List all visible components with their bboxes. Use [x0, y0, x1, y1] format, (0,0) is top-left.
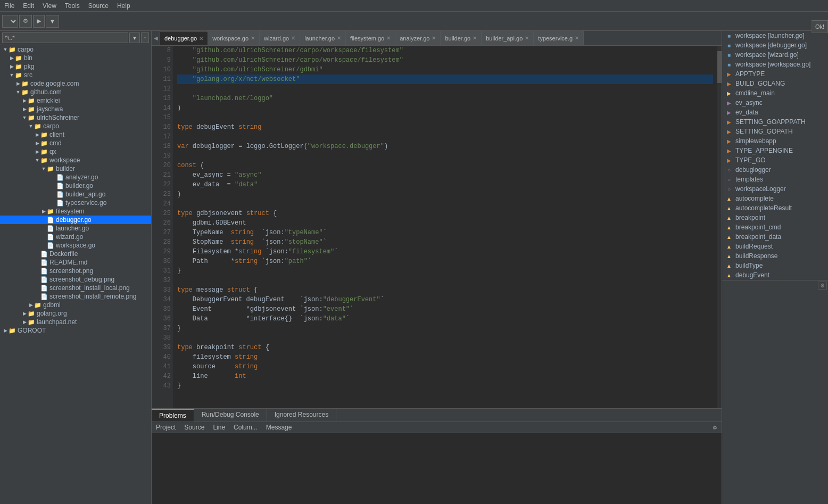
right-item-setting-goapppath[interactable]: ▶ SETTING_GOAPPPATH	[722, 117, 828, 127]
tree-carpo[interactable]: ▼ 📁 carpo	[0, 45, 151, 54]
tab-problems[interactable]: Problems	[152, 409, 194, 422]
tree-debugger-go[interactable]: 📄 debugger.go	[0, 216, 151, 224]
tree-screenshot[interactable]: 📄 screenshot.png	[0, 267, 151, 275]
col-column[interactable]: Colum...	[229, 422, 262, 433]
tab-typeservice-g[interactable]: typeservice.g ✕	[534, 31, 584, 45]
close-tab-icon[interactable]: ✕	[575, 35, 579, 41]
col-project[interactable]: Project	[152, 422, 180, 433]
right-panel-settings-btn[interactable]: ⚙	[818, 282, 827, 290]
close-tab-icon[interactable]: ✕	[386, 35, 391, 41]
tree-cmd[interactable]: ▶ 📁 cmd	[0, 139, 151, 147]
right-item-cmdline-main[interactable]: ▶ cmdline_main	[722, 88, 828, 98]
code-content[interactable]: "github.com/ulrichSchreiner/carpo/worksp…	[173, 46, 717, 408]
right-item-autocomplete-result[interactable]: ▲ autocompleteResult	[722, 203, 828, 213]
tree-src[interactable]: ▼ 📁 src	[0, 71, 151, 79]
close-tab-icon[interactable]: ✕	[337, 35, 341, 41]
right-item-type-go[interactable]: ▶ TYPE_GO	[722, 155, 828, 165]
tree-jayschwa[interactable]: ▶ 📁 jayschwa	[0, 105, 151, 113]
tree-builder-api-go[interactable]: 📄 builder_api.go	[0, 190, 151, 199]
tree-golang-org[interactable]: ▶ 📁 golang.org	[0, 309, 151, 318]
tab-debugger-go[interactable]: debugger.go ✕	[160, 31, 208, 45]
tree-github[interactable]: ▼ 📁 github.com	[0, 88, 151, 96]
tab-workspace-go[interactable]: workspace.go ✕	[208, 31, 260, 45]
tree-workspace-go[interactable]: 📄 workspace.go	[0, 241, 151, 250]
tree-typeservice-go[interactable]: 📄 typeservice.go	[0, 199, 151, 207]
tree-code-google[interactable]: ▶ 📁 code.google.com	[0, 79, 151, 88]
right-item-setting-gopath[interactable]: ▶ SETTING_GOPATH	[722, 127, 828, 136]
menu-source[interactable]: Source	[84, 1, 113, 11]
tree-screenshot-install-local[interactable]: 📄 screenshot_install_local.png	[0, 284, 151, 292]
tree-builder-go[interactable]: 📄 builder.go	[0, 181, 151, 190]
right-item-debug-event[interactable]: ▲ debugEvent	[722, 270, 828, 280]
tab-launcher-go[interactable]: launcher.go ✕	[300, 31, 346, 45]
run-dropdown-button[interactable]: ▼	[46, 15, 59, 28]
right-item-type-appengine[interactable]: ▶ TYPE_APPENGINE	[722, 146, 828, 155]
close-tab-icon[interactable]: ✕	[291, 35, 295, 41]
col-source[interactable]: Source	[180, 422, 209, 433]
ok-button[interactable]: Ok!	[812, 20, 828, 33]
tree-ulrichschreiner[interactable]: ▼ 📁 ulrichSchreiner	[0, 113, 151, 122]
right-item-workspace-debugger[interactable]: ■ workspace [debugger.go]	[722, 40, 828, 50]
close-tab-icon[interactable]: ✕	[473, 35, 477, 41]
menu-file[interactable]: File	[0, 1, 19, 11]
tree-bin[interactable]: ▶ 📁 bin	[0, 54, 151, 62]
tree-readme[interactable]: 📄 README.md	[0, 258, 151, 267]
right-item-templates[interactable]: ○ templates	[722, 175, 828, 184]
right-item-ev-async[interactable]: ▶ ev_async	[722, 98, 828, 108]
editor-scrollbar[interactable]	[717, 46, 722, 408]
tree-wizard-go[interactable]: 📄 wizard.go	[0, 233, 151, 241]
tree-analyzer-go[interactable]: 📄 analyzer.go	[0, 173, 151, 181]
close-tab-icon[interactable]: ✕	[199, 36, 203, 42]
right-item-simplewebapp[interactable]: ▶ simplewebapp	[722, 136, 828, 146]
tree-launchpad[interactable]: ▶ 📁 launchpad.net	[0, 318, 151, 326]
right-item-breakpoint-cmd[interactable]: ▲ breakpoint_cmd	[722, 222, 828, 232]
tab-analyzer-go[interactable]: analyzer.go ✕	[395, 31, 441, 45]
tree-qx[interactable]: ▶ 📁 qx	[0, 147, 151, 156]
run-button[interactable]: ▶	[33, 15, 45, 28]
right-item-build-golang[interactable]: ▶ BUILD_GOLANG	[722, 79, 828, 88]
search-filter-btn[interactable]: ▼	[129, 32, 140, 43]
close-tab-icon[interactable]: ✕	[432, 35, 436, 41]
right-item-workspace-wizard[interactable]: ■ workspace [wizard.go]	[722, 50, 828, 60]
right-item-workspace-workspace[interactable]: ■ workspace [workspace.go]	[722, 60, 828, 69]
menu-tools[interactable]: Tools	[61, 1, 84, 11]
menu-help[interactable]: Help	[113, 1, 135, 11]
tree-emicklei[interactable]: ▶ 📁 emicklei	[0, 96, 151, 105]
tab-nav-left[interactable]: ◀	[152, 31, 160, 45]
project-select[interactable]	[2, 15, 18, 28]
search-input[interactable]	[2, 32, 128, 43]
tree-screenshot-install-remote[interactable]: 📄 screenshot_install_remote.png	[0, 292, 151, 301]
tree-launcher-go[interactable]: 📄 launcher.go	[0, 224, 151, 233]
tree-goroot[interactable]: ▶ 📁 GOROOT	[0, 326, 151, 335]
col-actions[interactable]: ⚙	[708, 422, 722, 433]
right-item-breakpoint[interactable]: ▲ breakpoint	[722, 213, 828, 222]
tab-filesystem-go[interactable]: filesystem.go ✕	[346, 31, 395, 45]
tree-pkg[interactable]: ▶ 📁 pkg	[0, 62, 151, 71]
col-message[interactable]: Message	[262, 422, 708, 433]
tab-ignored-resources[interactable]: Ignored Resources	[267, 409, 336, 422]
close-tab-icon[interactable]: ✕	[251, 35, 255, 41]
right-item-ev-data[interactable]: ▶ ev_data	[722, 108, 828, 117]
tree-carpo2[interactable]: ▼ 📁 carpo	[0, 122, 151, 130]
tree-workspace[interactable]: ▼ 📁 workspace	[0, 156, 151, 164]
tree-screenshot-debug[interactable]: 📄 screenshot_debug.png	[0, 275, 151, 284]
right-item-apptype[interactable]: ▶ APPTYPE	[722, 69, 828, 79]
right-item-build-response[interactable]: ▲ buildResponse	[722, 251, 828, 261]
tree-client[interactable]: ▶ 📁 client	[0, 130, 151, 139]
tab-run-debug-console[interactable]: Run/Debug Console	[194, 409, 267, 422]
scrollbar-thumb[interactable]	[717, 51, 722, 83]
tab-builder-api-go[interactable]: builder_api.go ✕	[482, 31, 534, 45]
settings-button[interactable]: ⚙	[19, 15, 32, 28]
col-line[interactable]: Line	[209, 422, 229, 433]
right-item-build-type[interactable]: ▲ buildType	[722, 261, 828, 270]
right-item-breakpoint-data[interactable]: ▲ breakpoint_data	[722, 232, 828, 242]
tree-filesystem-folder[interactable]: ▶ 📁 filesystem	[0, 207, 151, 216]
search-nav-btn[interactable]: ↑	[141, 32, 149, 43]
right-item-workspace-logger[interactable]: ○ workspaceLogger	[722, 184, 828, 194]
tab-wizard-go[interactable]: wizard.go ✕	[260, 31, 300, 45]
tree-gdbmi[interactable]: ▶ 📁 gdbmi	[0, 301, 151, 309]
menu-edit[interactable]: Edit	[19, 1, 38, 11]
menu-view[interactable]: View	[38, 1, 61, 11]
right-item-autocomplete[interactable]: ▲ autocomplete	[722, 194, 828, 203]
tree-dockerfile[interactable]: 📄 Dockerfile	[0, 250, 151, 258]
